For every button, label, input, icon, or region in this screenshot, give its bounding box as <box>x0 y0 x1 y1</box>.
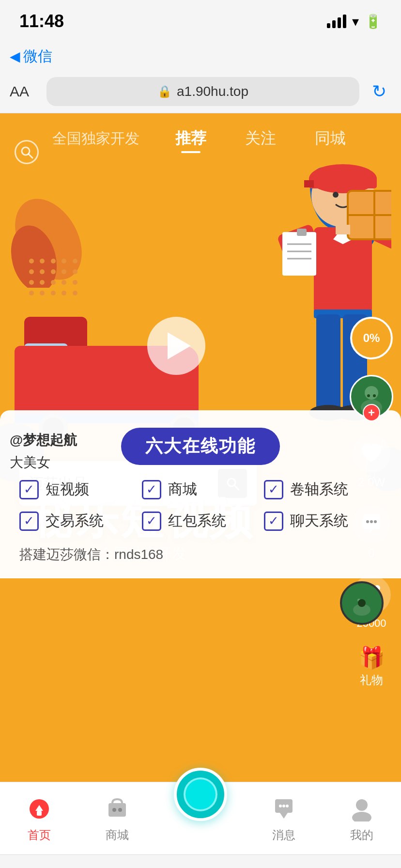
svg-point-47 <box>358 599 366 607</box>
svg-point-10 <box>333 192 339 198</box>
features-title: 六大在线功能 <box>145 436 256 456</box>
illustration-area: 迈莎出品 秘乐短视频 全国独家开发 0% <box>0 113 401 578</box>
video-container: 全国独家开发 推荐 关注 同城 <box>0 113 401 782</box>
svg-line-1 <box>29 154 32 158</box>
nav-tab-global[interactable]: 全国独家开发 <box>41 129 151 149</box>
tab-shop-label: 商城 <box>106 827 129 843</box>
svg-point-36 <box>366 520 369 523</box>
svg-rect-50 <box>37 811 42 816</box>
like-count: 2.0W <box>358 476 385 489</box>
browser-toolbar <box>0 854 401 868</box>
svg-rect-25 <box>316 314 340 411</box>
feature-label-scroll: 卷轴系统 <box>290 480 348 499</box>
checkbox-shop-icon: ✓ <box>142 480 161 499</box>
svg-point-34 <box>367 394 370 397</box>
svg-point-57 <box>356 799 368 811</box>
gift-label: 礼物 <box>360 672 383 688</box>
feature-label-shop: 商城 <box>168 480 197 499</box>
svg-point-56 <box>286 805 289 807</box>
status-icons: ▾ 🔋 <box>327 14 382 30</box>
tab-messages[interactable]: 消息 <box>255 794 313 843</box>
feature-item-redpocket: ✓ 红包系统 <box>142 511 260 531</box>
home-icon <box>25 794 54 823</box>
nav-tab-nearby[interactable]: 同城 <box>300 128 360 149</box>
dots-pattern <box>29 259 77 307</box>
nav-tab-follow[interactable]: 关注 <box>231 128 291 149</box>
browser-aa[interactable]: AA <box>10 83 39 100</box>
svg-rect-9 <box>304 180 314 187</box>
search-icon[interactable] <box>15 140 39 164</box>
follow-plus-icon[interactable]: + <box>363 404 380 421</box>
tab-shop[interactable]: 商城 <box>88 794 146 843</box>
tab-messages-label: 消息 <box>272 827 295 843</box>
gift-icon: 🎁 <box>358 645 385 670</box>
checkbox-scroll-icon: ✓ <box>264 480 283 499</box>
like-button[interactable]: 2.0W <box>352 434 391 489</box>
feature-item-shop: ✓ 商城 <box>142 480 260 499</box>
browser-url: a1.90hu.top <box>177 84 248 99</box>
back-arrow-icon[interactable]: ◀ <box>10 48 20 64</box>
percent-badge: 0% <box>350 317 393 359</box>
back-label[interactable]: 微信 <box>23 46 52 66</box>
svg-point-55 <box>282 805 285 807</box>
svg-rect-20 <box>297 229 307 236</box>
music-disc <box>340 581 384 625</box>
nav-tab-recommend[interactable]: 推荐 <box>161 128 221 149</box>
author-avatar[interactable]: + <box>350 375 393 418</box>
svg-point-52 <box>112 808 116 812</box>
svg-point-53 <box>118 808 122 812</box>
browser-bar: AA 🔒 a1.90hu.top ↻ <box>0 70 401 113</box>
nav-tabs: 全国独家开发 推荐 关注 同城 <box>0 128 401 149</box>
checkbox-short-video-icon: ✓ <box>19 480 39 499</box>
features-title-badge: 六大在线功能 <box>121 428 280 465</box>
wechat-contact: 搭建迈莎微信：rnds168 <box>19 545 382 564</box>
feature-label-short-video: 短视频 <box>46 480 89 499</box>
svg-rect-19 <box>282 232 316 276</box>
browser-refresh-icon[interactable]: ↻ <box>367 81 391 102</box>
tab-center-button[interactable] <box>174 768 227 821</box>
browser-url-bar[interactable]: 🔒 a1.90hu.top <box>46 77 359 106</box>
mine-icon <box>347 794 376 823</box>
status-bar: 11:48 ▾ 🔋 <box>0 0 401 43</box>
right-sidebar: 0% + <box>350 317 393 688</box>
play-button[interactable] <box>147 317 205 375</box>
svg-point-37 <box>370 520 373 523</box>
svg-point-38 <box>374 520 377 523</box>
features-grid: ✓ 短视频 ✓ 商城 ✓ 卷轴系统 ✓ 交易系统 ✓ 红包系统 <box>19 480 382 531</box>
tab-mine[interactable]: 我的 <box>333 794 391 843</box>
svg-point-35 <box>373 394 376 397</box>
signal-bars-icon <box>327 15 346 28</box>
comment-count: 0 <box>368 546 374 560</box>
tab-home[interactable]: 首页 <box>10 794 68 843</box>
app-tab-bar: 首页 商城 消息 <box>0 782 401 854</box>
back-bar: ◀ 微信 <box>0 43 401 70</box>
feature-label-chat: 聊天系统 <box>290 511 348 531</box>
status-time: 11:48 <box>19 11 64 31</box>
svg-point-58 <box>352 812 371 822</box>
svg-rect-51 <box>108 803 126 817</box>
tab-mine-label: 我的 <box>350 827 373 843</box>
play-triangle-icon <box>168 332 191 359</box>
checkbox-redpocket-icon: ✓ <box>142 512 161 531</box>
svg-rect-29 <box>336 225 350 234</box>
tab-center-inner <box>184 777 217 811</box>
feature-label-redpocket: 红包系统 <box>168 511 226 531</box>
feature-label-trade: 交易系统 <box>46 511 104 531</box>
feature-item-short-video: ✓ 短视频 <box>19 480 137 499</box>
lock-icon: 🔒 <box>157 85 172 98</box>
gift-button[interactable]: 🎁 礼物 <box>358 645 385 688</box>
tab-home-label: 首页 <box>28 827 51 843</box>
comment-button[interactable]: 0 <box>352 505 391 560</box>
battery-icon: 🔋 <box>365 14 382 30</box>
checkbox-chat-icon: ✓ <box>264 512 283 531</box>
messages-icon <box>269 794 298 823</box>
shop-icon <box>103 794 132 823</box>
svg-rect-8 <box>309 176 377 188</box>
feature-item-trade: ✓ 交易系统 <box>19 511 137 531</box>
author-handle: @梦想起航 <box>10 431 77 450</box>
video-caption: 大美女 <box>10 453 77 472</box>
wifi-icon: ▾ <box>352 14 359 30</box>
author-info: @梦想起航 大美女 <box>10 431 77 472</box>
svg-point-32 <box>365 386 378 400</box>
checkbox-trade-icon: ✓ <box>19 512 39 531</box>
